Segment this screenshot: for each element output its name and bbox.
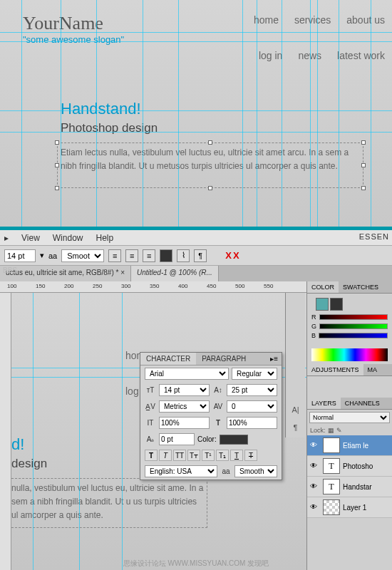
eye-icon[interactable]: 👁 [310,441,320,450]
menu-bar: ▸ View Window Help ESSEN [0,230,392,246]
char-icon[interactable]: A| [288,402,304,418]
layers-panel: Normal Lock:▦✎ 👁TEtiam le 👁TPhotosho 👁TH… [307,410,392,552]
menu-help[interactable]: Help [96,233,113,243]
nav-primary: home services about us [254,14,385,26]
ruler-vertical [0,293,11,570]
color-label: Color: [197,435,217,443]
aa-mode-select[interactable]: Smooth [234,465,277,477]
text-color-icon[interactable] [160,249,172,262]
vscale-icon: IT [145,418,156,428]
tab-character[interactable]: CHARACTER [140,353,196,365]
hscale-input[interactable] [227,417,277,429]
watermark-text: 思缘设计论坛 WWW.MISSYUAN.COM 发现吧 [0,559,392,569]
doc-tab-1[interactable]: uctus eu, ultricie sit ame, RGB/8#) * × [0,266,131,281]
tab-layers[interactable]: LAYERS [307,398,341,409]
align-right-icon[interactable]: ≡ [143,249,155,262]
tab-paragraph[interactable]: PARAGRAPH [196,353,252,365]
workspace-label[interactable]: ESSEN [359,232,389,241]
aa-label: aa [48,252,57,260]
fg-swatch[interactable] [316,298,329,311]
eye-icon[interactable]: 👁 [310,503,320,512]
size-icon: тT [145,385,156,395]
tracking-select[interactable]: 0 [227,400,277,413]
headline-2: d! [11,435,24,454]
lock-paint-icon[interactable]: ✎ [336,427,342,434]
font-style-select[interactable]: Regular [232,368,277,380]
bbs-watermark: BBS [3,266,17,274]
bg-swatch[interactable] [330,298,343,311]
nav-secondary: log in news latest work [259,50,385,61]
tab-channels[interactable]: CHANNELS [341,398,384,409]
tab-adjustments[interactable]: ADJUSTMENTS [307,364,363,375]
tab-swatches[interactable]: SWATCHES [339,281,383,293]
aa-icon: aa [220,467,232,477]
baseline-input[interactable] [159,433,195,445]
xx-label: XX [225,250,240,261]
para-icon[interactable]: ¶ [288,420,304,435]
options-bar: ▾ aa Smooth ≡ ≡ ≡ ⌇ ¶ XX [0,246,392,266]
menu-icon[interactable]: ▸ [4,233,9,243]
hscale-icon: T [212,418,224,428]
slogan-text: "some awesome slogan" [23,34,124,45]
font-size-input[interactable] [4,249,36,262]
character-panel[interactable]: CHARACTER PARAGRAPH ▸≡ Arial Regular тT1… [140,352,282,480]
eye-icon[interactable]: 👁 [310,482,320,491]
tab-masks[interactable]: MA [363,364,382,375]
layer-row[interactable]: 👁Layer 1 [307,497,392,518]
text-color-swatch[interactable] [220,435,248,445]
strike-button[interactable]: T [244,450,257,461]
blend-mode-select[interactable]: Normal [309,412,390,423]
faux-bold-button[interactable]: T [145,450,158,461]
layer-row[interactable]: 👁TEtiam le [307,435,392,456]
spectrum-bar[interactable] [311,348,388,361]
char-panel-icon[interactable]: ¶ [194,249,207,262]
warp-text-icon[interactable]: ⌇ [177,249,190,262]
right-panel-column: COLOR SWATCHES R G B ADJUSTMENTS MA LAYE… [306,281,392,570]
vscale-input[interactable] [159,417,210,429]
faux-italic-button[interactable]: T [159,450,172,461]
aa-select[interactable]: Smooth [61,249,104,262]
subhead-2: design [11,457,47,471]
font-size-select[interactable]: 14 pt [159,384,210,396]
subscript-button[interactable]: T₁ [216,450,229,461]
g-slider[interactable] [319,323,388,329]
document-tabs: uctus eu, ultricie sit ame, RGB/8#) * × … [0,266,392,281]
nav-home[interactable]: home [254,14,279,26]
kerning-icon: A̲V [145,402,156,412]
nav-login[interactable]: log in [259,50,282,61]
eye-icon[interactable]: 👁 [310,462,320,470]
selection-box-2[interactable] [11,478,207,528]
nav-services[interactable]: services [294,14,331,26]
language-select[interactable]: English: USA [145,465,217,477]
logo-text: YourName [23,13,103,34]
font-family-select[interactable]: Arial [145,368,229,380]
align-center-icon[interactable]: ≡ [125,249,138,262]
nav-about[interactable]: about us [346,14,385,26]
superscript-button[interactable]: T¹ [202,450,215,461]
smallcaps-button[interactable]: Tᴛ [187,450,200,461]
kerning-select[interactable]: Metrics [159,400,210,413]
side-icon-strip: A| ¶ [285,293,305,437]
menu-window[interactable]: Window [53,233,83,243]
leading-icon: A↕ [212,385,224,395]
tab-color[interactable]: COLOR [307,281,339,293]
doc-tab-2[interactable]: Untitled-1 @ 100% (R... [131,266,219,281]
lock-pixels-icon[interactable]: ▦ [328,427,334,434]
b-slider[interactable] [319,333,388,338]
allcaps-button[interactable]: TT [173,450,186,461]
menu-view[interactable]: View [21,233,40,243]
underline-button[interactable]: T [230,450,243,461]
headline: Handstand! [61,100,141,118]
color-panel: R G B [307,294,392,346]
layer-row[interactable]: 👁THandstar [307,477,392,497]
align-left-icon[interactable]: ≡ [108,249,121,262]
baseline-icon: Aₐ [145,435,156,445]
leading-select[interactable]: 25 pt [227,384,277,396]
nav-work[interactable]: latest work [337,50,385,61]
layer-row[interactable]: 👁TPhotosho [307,456,392,477]
tracking-icon: AV [212,402,224,412]
design-canvas-top: YourName "some awesome slogan" home serv… [0,0,392,228]
r-slider[interactable] [319,314,388,320]
panel-menu-icon[interactable]: ▸≡ [267,353,282,365]
